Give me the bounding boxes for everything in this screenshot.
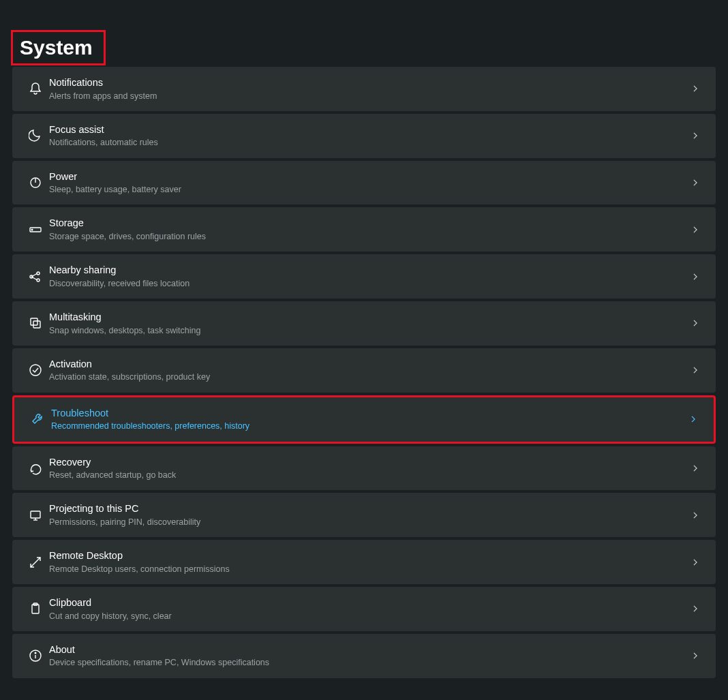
settings-item-subtitle: Sleep, battery usage, battery saver <box>49 184 687 195</box>
settings-item-subtitle: Storage space, drives, configuration rul… <box>49 231 687 242</box>
settings-item-remote-desktop[interactable]: Remote DesktopRemote Desktop users, conn… <box>12 540 716 584</box>
remote-icon <box>22 556 49 569</box>
settings-item-subtitle: Snap windows, desktops, task switching <box>49 325 687 336</box>
settings-item-notifications[interactable]: NotificationsAlerts from apps and system <box>12 67 716 111</box>
settings-item-about[interactable]: AboutDevice specifications, rename PC, W… <box>12 634 716 678</box>
settings-item-text: ClipboardCut and copy history, sync, cle… <box>49 596 687 622</box>
chevron-right-icon <box>687 463 703 473</box>
settings-item-subtitle: Reset, advanced startup, go back <box>49 470 687 481</box>
settings-item-title: Storage <box>49 217 687 230</box>
settings-item-power[interactable]: PowerSleep, battery usage, battery saver <box>12 161 716 205</box>
bell-icon <box>22 82 49 95</box>
settings-item-text: AboutDevice specifications, rename PC, W… <box>49 643 687 669</box>
info-icon <box>22 649 49 663</box>
settings-item-projecting[interactable]: Projecting to this PCPermissions, pairin… <box>12 493 716 537</box>
chevron-right-icon <box>687 511 703 520</box>
settings-item-troubleshoot[interactable]: TroubleshootRecommended troubleshooters,… <box>12 395 716 444</box>
settings-item-text: Projecting to this PCPermissions, pairin… <box>49 502 687 528</box>
page-title-highlight: System <box>11 30 106 65</box>
settings-item-text: Remote DesktopRemote Desktop users, conn… <box>49 549 687 575</box>
power-icon <box>22 176 49 189</box>
chevron-right-icon <box>687 225 703 234</box>
settings-item-subtitle: Recommended troubleshooters, preferences… <box>51 421 685 431</box>
settings-item-subtitle: Device specifications, rename PC, Window… <box>49 657 687 668</box>
project-icon <box>22 508 49 522</box>
settings-item-subtitle: Cut and copy history, sync, clear <box>49 611 687 622</box>
settings-item-subtitle: Discoverability, received files location <box>49 278 687 289</box>
settings-item-title: Activation <box>49 358 687 371</box>
chevron-right-icon <box>687 651 703 660</box>
settings-items-list: NotificationsAlerts from apps and system… <box>0 67 728 690</box>
settings-item-text: RecoveryReset, advanced startup, go back <box>49 456 687 481</box>
settings-item-recovery[interactable]: RecoveryReset, advanced startup, go back <box>12 446 716 491</box>
moon-icon <box>22 129 49 142</box>
chevron-right-icon <box>687 272 703 281</box>
settings-item-text: StorageStorage space, drives, configurat… <box>49 217 687 242</box>
chevron-right-icon <box>687 318 703 328</box>
settings-item-title: Remote Desktop <box>49 549 687 563</box>
recovery-icon <box>22 461 49 475</box>
settings-item-title: Power <box>49 170 687 184</box>
settings-item-title: Troubleshoot <box>51 407 685 421</box>
settings-item-clipboard[interactable]: ClipboardCut and copy history, sync, cle… <box>12 587 716 631</box>
settings-item-text: MultitaskingSnap windows, desktops, task… <box>49 311 687 336</box>
page-title: System <box>20 36 93 59</box>
chevron-right-icon <box>687 604 703 613</box>
settings-item-multitasking[interactable]: MultitaskingSnap windows, desktops, task… <box>12 301 716 346</box>
settings-item-nearby-sharing[interactable]: Nearby sharingDiscoverability, received … <box>12 254 716 299</box>
chevron-right-icon <box>687 178 703 187</box>
settings-item-subtitle: Permissions, pairing PIN, discoverabilit… <box>49 517 687 528</box>
settings-item-text: PowerSleep, battery usage, battery saver <box>49 170 687 196</box>
settings-item-title: Nearby sharing <box>49 264 687 277</box>
windows-icon <box>22 316 49 330</box>
chevron-right-icon <box>687 131 703 140</box>
settings-item-text: NotificationsAlerts from apps and system <box>49 76 687 102</box>
settings-item-title: Recovery <box>49 456 687 470</box>
settings-item-title: Focus assist <box>49 123 687 137</box>
settings-item-title: Clipboard <box>49 596 687 610</box>
settings-item-text: Focus assistNotifications, automatic rul… <box>49 123 687 149</box>
settings-item-text: ActivationActivation state, subscription… <box>49 358 687 383</box>
chevron-right-icon <box>687 84 703 93</box>
settings-item-title: Multitasking <box>49 311 687 324</box>
chevron-right-icon <box>685 414 701 424</box>
settings-item-storage[interactable]: StorageStorage space, drives, configurat… <box>12 207 716 252</box>
clipboard-icon <box>22 602 49 615</box>
settings-item-subtitle: Activation state, subscriptions, product… <box>49 371 687 382</box>
settings-item-title: About <box>49 643 687 657</box>
settings-item-title: Notifications <box>49 76 687 90</box>
settings-item-text: Nearby sharingDiscoverability, received … <box>49 264 687 289</box>
settings-item-subtitle: Notifications, automatic rules <box>49 137 687 148</box>
settings-item-subtitle: Remote Desktop users, connection permiss… <box>49 564 687 575</box>
chevron-right-icon <box>687 558 703 567</box>
settings-item-text: TroubleshootRecommended troubleshooters,… <box>51 407 685 432</box>
check-circle-icon <box>22 363 49 377</box>
share-icon <box>22 270 49 284</box>
drive-icon <box>22 223 49 237</box>
settings-item-focus-assist[interactable]: Focus assistNotifications, automatic rul… <box>12 114 716 158</box>
wrench-icon <box>24 412 51 426</box>
chevron-right-icon <box>687 365 703 375</box>
settings-item-subtitle: Alerts from apps and system <box>49 91 687 102</box>
settings-item-title: Projecting to this PC <box>49 502 687 516</box>
settings-item-activation[interactable]: ActivationActivation state, subscription… <box>12 348 716 393</box>
